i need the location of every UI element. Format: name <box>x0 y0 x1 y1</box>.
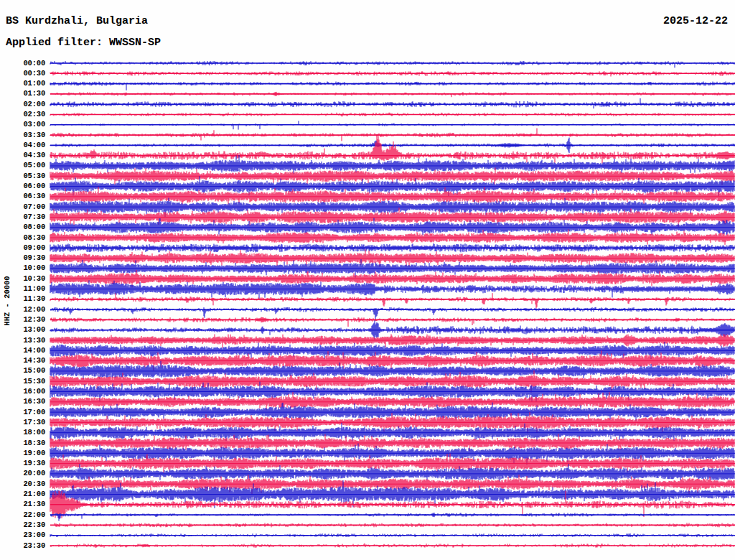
trace-row-0000 <box>50 61 735 67</box>
trace-row-0900 <box>50 243 735 253</box>
trace-row-0130 <box>50 92 735 97</box>
trace-row-0430 <box>50 135 735 164</box>
trace-row-0930 <box>50 249 735 266</box>
helicorder-page: BS Kurdzhali, Bulgaria 2025-12-22 Applie… <box>0 0 735 560</box>
trace-row-2200 <box>50 513 735 521</box>
trace-row-1130 <box>50 293 735 308</box>
trace-row-0300 <box>50 121 735 129</box>
trace-row-2300 <box>50 533 735 537</box>
trace-row-0330 <box>50 129 735 141</box>
trace-row-0200 <box>50 98 735 108</box>
trace-row-0230 <box>50 113 735 117</box>
trace-row-1030 <box>50 270 735 288</box>
trace-row-2230 <box>50 523 735 527</box>
trace-row-0100 <box>50 82 735 90</box>
trace-row-2330 <box>50 543 735 548</box>
trace-row-0030 <box>50 71 735 76</box>
seismogram-plot <box>0 0 735 560</box>
trace-row-1330 <box>50 334 735 347</box>
trace-row-1100 <box>50 280 735 299</box>
trace-row-1230 <box>50 317 735 327</box>
